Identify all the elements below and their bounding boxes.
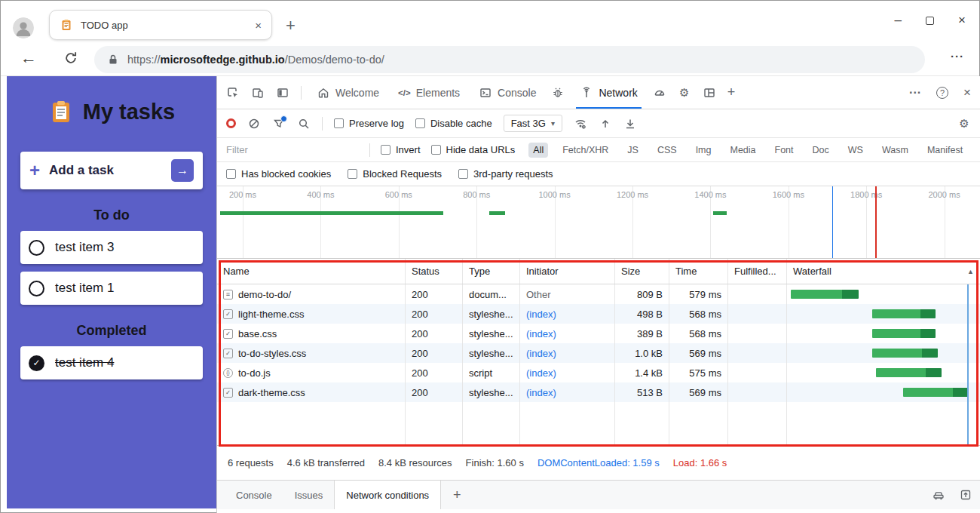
table-row[interactable]: demo-to-do/200docum...Other809 B579 ms <box>217 284 980 304</box>
filter-pill-doc[interactable]: Doc <box>808 143 834 158</box>
column-header-initiator[interactable]: Initiator <box>520 259 615 284</box>
filter-pill-all[interactable]: All <box>528 143 548 158</box>
gear-icon[interactable]: ⚙ <box>678 86 691 100</box>
throttling-select[interactable]: Fast 3G ▾ <box>504 115 562 132</box>
filter-pill-fetch-xhr[interactable]: Fetch/XHR <box>558 143 613 158</box>
request-initiator[interactable]: (index) <box>520 363 615 382</box>
request-name[interactable]: light-theme.css <box>217 304 406 324</box>
filter-pill-js[interactable]: JS <box>623 143 643 158</box>
import-har-icon[interactable] <box>599 117 612 131</box>
drawer-tab-network-conditions[interactable]: Network conditions <box>334 481 441 509</box>
drawer-tab-console[interactable]: Console <box>225 481 283 509</box>
column-header-status[interactable]: Status <box>406 259 463 284</box>
request-initiator[interactable]: (index) <box>520 343 615 363</box>
filter-checkbox-has-blocked-cookies[interactable]: Has blocked cookies <box>226 168 331 180</box>
close-devtools-icon[interactable]: × <box>963 85 971 100</box>
bug-icon[interactable] <box>551 86 565 100</box>
table-row[interactable]: light-theme.css200styleshe...(index)498 … <box>217 304 980 324</box>
checkbox-icon[interactable] <box>348 169 357 179</box>
checkbox-icon[interactable] <box>431 145 441 155</box>
expand-panel-icon[interactable] <box>959 488 972 502</box>
checkbox-icon[interactable] <box>381 145 390 155</box>
filter-checkbox-3rd-party-requests[interactable]: 3rd-party requests <box>458 168 553 180</box>
hide-data-urls-checkbox[interactable]: Hide data URLs <box>431 144 516 155</box>
browser-tab[interactable]: TODO app × <box>49 10 272 40</box>
layout-icon[interactable] <box>703 86 716 100</box>
request-initiator[interactable]: (index) <box>520 324 615 343</box>
filter-icon[interactable] <box>272 117 286 131</box>
table-row[interactable]: dark-theme.css200styleshe...(index)513 B… <box>217 382 980 402</box>
inspect-icon[interactable] <box>226 86 240 100</box>
preserve-log-checkbox[interactable]: Preserve log <box>334 118 404 129</box>
close-window-button[interactable]: × <box>958 13 966 28</box>
clear-icon[interactable] <box>247 117 261 131</box>
drawer-more-button[interactable]: + <box>453 487 461 503</box>
request-name[interactable]: dark-theme.css <box>217 382 406 402</box>
network-conditions-icon[interactable] <box>574 117 587 131</box>
submit-task-button[interactable]: → <box>171 159 194 182</box>
more-options-icon[interactable]: ··· <box>909 86 921 100</box>
table-row[interactable]: to-do-styles.css200styleshe...(index)1.0… <box>217 343 980 363</box>
task-item[interactable]: ✓test item 4 <box>20 346 203 379</box>
back-button[interactable]: ← <box>20 48 37 68</box>
disable-cache-checkbox[interactable]: Disable cache <box>415 118 492 129</box>
tab-network[interactable]: Network <box>576 76 641 109</box>
add-task-button[interactable]: + Add a task → <box>20 152 203 189</box>
task-checkbox[interactable] <box>29 240 44 256</box>
request-name[interactable]: to-do.js <box>217 363 406 382</box>
request-initiator[interactable]: (index) <box>520 304 615 324</box>
browser-menu-button[interactable]: ··· <box>951 50 964 63</box>
checkbox-icon[interactable] <box>226 169 236 179</box>
device-toolbar-icon[interactable] <box>251 86 265 100</box>
checkbox-icon[interactable] <box>334 118 344 128</box>
table-row[interactable]: base.css200styleshe...(index)389 B568 ms <box>217 324 980 343</box>
filter-pill-wasm[interactable]: Wasm <box>877 143 913 158</box>
checkbox-icon[interactable] <box>415 118 425 128</box>
car-icon[interactable] <box>932 488 945 502</box>
profile-avatar[interactable] <box>13 17 34 38</box>
task-item[interactable]: test item 3 <box>20 231 203 264</box>
minimize-button[interactable]: – <box>895 13 902 28</box>
column-header-time[interactable]: Time <box>669 259 728 284</box>
column-header-fulfilled[interactable]: Fulfilled... <box>728 259 787 284</box>
filter-pill-font[interactable]: Font <box>770 143 798 158</box>
table-row[interactable]: to-do.js200script(index)1.4 kB575 ms <box>217 363 980 382</box>
request-name[interactable]: to-do-styles.css <box>217 343 406 363</box>
invert-checkbox[interactable]: Invert <box>381 144 421 155</box>
request-name[interactable]: base.css <box>217 324 406 343</box>
timeline-overview[interactable]: 200 ms400 ms600 ms800 ms1000 ms1200 ms14… <box>217 186 980 259</box>
checkbox-icon[interactable] <box>458 169 468 179</box>
column-header-waterfall[interactable]: Waterfall ▲ <box>787 259 980 284</box>
tab-console[interactable]: Console <box>475 76 540 109</box>
search-icon[interactable] <box>297 117 311 131</box>
tab-elements[interactable]: </> Elements <box>394 76 464 109</box>
tab-close-icon[interactable]: × <box>255 19 262 32</box>
filter-input[interactable] <box>226 144 359 155</box>
task-checkbox[interactable] <box>29 281 44 296</box>
task-item[interactable]: test item 1 <box>20 272 203 305</box>
maximize-button[interactable] <box>926 17 934 25</box>
network-settings-icon[interactable]: ⚙ <box>957 117 971 131</box>
refresh-button[interactable] <box>64 51 78 65</box>
performance-icon[interactable] <box>653 86 666 100</box>
column-header-size[interactable]: Size <box>615 259 669 284</box>
column-header-type[interactable]: Type <box>463 259 520 284</box>
more-tabs-button[interactable]: + <box>727 84 736 100</box>
filter-checkbox-blocked-requests[interactable]: Blocked Requests <box>348 168 442 180</box>
drawer-tab-issues[interactable]: Issues <box>283 481 335 509</box>
record-button[interactable] <box>226 118 236 128</box>
filter-pill-ws[interactable]: WS <box>844 143 868 158</box>
request-initiator[interactable]: (index) <box>520 382 615 402</box>
new-tab-button[interactable]: + <box>286 16 296 35</box>
request-name[interactable]: demo-to-do/ <box>217 284 406 304</box>
filter-pill-img[interactable]: Img <box>691 143 716 158</box>
dock-panel-icon[interactable] <box>276 86 289 100</box>
filter-pill-css[interactable]: CSS <box>653 143 681 158</box>
filter-pill-other[interactable]: Other <box>977 143 980 158</box>
filter-pill-manifest[interactable]: Manifest <box>923 143 967 158</box>
address-bar[interactable]: https://microsoftedge.github.io/Demos/de… <box>94 46 925 73</box>
help-icon[interactable]: ? <box>936 87 948 99</box>
export-har-icon[interactable] <box>623 117 637 131</box>
column-header-name[interactable]: Name <box>217 259 406 284</box>
filter-pill-media[interactable]: Media <box>725 143 760 158</box>
